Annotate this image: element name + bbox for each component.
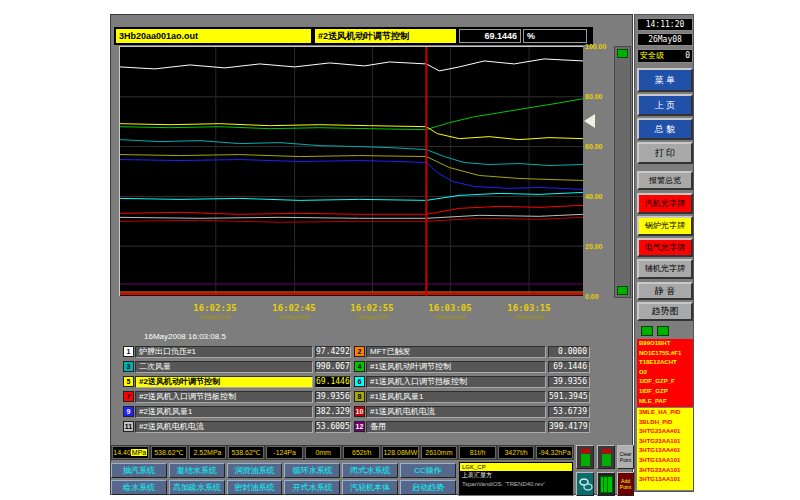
- nav-button-closed-water[interactable]: 闭式水系统: [342, 463, 398, 478]
- auxiliary-lamp-button[interactable]: 辅机光字牌: [637, 259, 693, 279]
- electrical-lamp-button[interactable]: 电气光字牌: [637, 238, 693, 257]
- grid-display-icon[interactable]: [597, 472, 615, 496]
- add-point-button[interactable]: Add Point: [617, 472, 634, 496]
- x-tick-date-1: 16May2008: [180, 314, 250, 320]
- nav-button-extraction-steam[interactable]: 抽汽系统: [111, 463, 167, 478]
- mute-button[interactable]: 静 音: [637, 282, 693, 300]
- pen-label-12[interactable]: 备用: [366, 421, 546, 433]
- nav-button-circulating-water[interactable]: 循环水系统: [284, 463, 340, 478]
- pen-chip-6[interactable]: 6: [354, 376, 365, 387]
- pen-label-6[interactable]: #1送风机入口调节挡板控制: [366, 376, 546, 388]
- pen-label-1[interactable]: 炉膛出口负压#1: [135, 346, 313, 358]
- y-tick-100: 100.00: [585, 43, 615, 51]
- y-tick-40: 40.00: [585, 193, 615, 201]
- pen-chip-9[interactable]: 9: [123, 406, 134, 417]
- pen-label-11[interactable]: #2送风机电机电流: [135, 421, 313, 433]
- print-button[interactable]: 打 印: [637, 142, 693, 164]
- pen-chip-5[interactable]: 5: [123, 376, 134, 387]
- pen-label-7[interactable]: #2送风机入口调节挡板控制: [135, 391, 313, 403]
- selected-tag-field[interactable]: #2送风机动叶调节控制: [315, 29, 456, 43]
- trend-page-button[interactable]: 趋势图: [637, 302, 693, 321]
- pen-label-9[interactable]: #2送风机风量1: [135, 406, 313, 418]
- alarm-summary-button[interactable]: 报警总览: [637, 171, 693, 190]
- pen-label-5-selected[interactable]: #2送风机动叶调节控制: [135, 376, 313, 388]
- alarm-tag[interactable]: 3HTG13AA#01: [639, 446, 693, 456]
- nav-row-2: 给水系统 高加疏水系统 密封油系统 开式水系统 汽轮机本体 启动趋势: [111, 480, 456, 495]
- date-display: 26May08: [637, 33, 693, 46]
- blink-indicator-icon[interactable]: [657, 326, 669, 336]
- pen-chip-12[interactable]: 12: [354, 421, 365, 432]
- pen-line-8: [120, 155, 583, 181]
- boiler-lamp-button[interactable]: 锅炉光字牌: [637, 216, 693, 236]
- value-marker-triangle[interactable]: [584, 114, 595, 128]
- status-value: 538.62℃: [151, 446, 188, 459]
- pen-label-3[interactable]: 二次风量: [135, 361, 313, 373]
- pen-chip-7[interactable]: 7: [123, 391, 134, 402]
- nav-button-feedwater[interactable]: 给水系统: [111, 480, 167, 495]
- pen-label-4[interactable]: #1送风机动叶调节控制: [366, 361, 546, 373]
- pen-chip-1[interactable]: 1: [123, 346, 134, 357]
- nav-button-seal-oil[interactable]: 密封油系统: [227, 480, 283, 495]
- trend-file-field[interactable]: 3Hb20aa001ao.out: [116, 29, 311, 43]
- nav-button-condensate[interactable]: 凝结水系统: [169, 463, 225, 478]
- overview-button[interactable]: 总 貌: [637, 118, 693, 140]
- alarm-tag[interactable]: 3HTG23AA#01: [639, 427, 693, 437]
- alarm-tag[interactable]: MLE_PAF: [639, 397, 693, 407]
- y-tick-60: 60.00: [585, 143, 615, 151]
- alarm-tag[interactable]: 1IDF_GZP_F: [639, 377, 693, 387]
- nav-button-lube-oil[interactable]: 润滑油系统: [227, 463, 283, 478]
- pen-line-5: [120, 124, 583, 140]
- nav-button-turbine-body[interactable]: 汽轮机本体: [342, 480, 398, 495]
- trend-plot: [120, 47, 583, 296]
- status-value: 14.40MPa: [112, 446, 149, 459]
- pen-chip-2[interactable]: 2: [354, 346, 365, 357]
- alarm-tag[interactable]: 3HTG13AA101: [639, 456, 693, 466]
- pen-value-2: 0.0000: [548, 346, 590, 358]
- alarm-tag[interactable]: 1IDF_GZP: [639, 387, 693, 397]
- scroll-up-button[interactable]: [617, 49, 628, 58]
- pen-chip-3[interactable]: 3: [123, 361, 134, 372]
- x-tick-time-1: 16:02:35: [180, 303, 250, 313]
- pen-chip-10[interactable]: 10: [354, 406, 365, 417]
- trend-chart[interactable]: [119, 46, 583, 296]
- nav-button-cc-operation[interactable]: CC操作: [400, 463, 456, 478]
- alarm-tag[interactable]: O2: [639, 368, 693, 378]
- damper-indicator-icon[interactable]: [597, 445, 615, 469]
- prev-page-button[interactable]: 上 页: [637, 94, 693, 116]
- pen-chip-11[interactable]: 11: [123, 421, 134, 432]
- alarm-tag[interactable]: 3BLDH_PID: [639, 418, 693, 428]
- chart-scrollbar[interactable]: [614, 46, 631, 298]
- nav-button-open-water[interactable]: 开式水系统: [284, 480, 340, 495]
- nav-button-hp-heater-drain[interactable]: 高加疏水系统: [169, 480, 225, 495]
- pen-chip-8[interactable]: 8: [354, 391, 365, 402]
- alarm-tag[interactable]: T18E12ACHT: [639, 358, 693, 368]
- alarm-tag[interactable]: NO1E175S.#F1: [639, 349, 693, 359]
- blink-indicator-icon[interactable]: [641, 326, 653, 336]
- trend-header-bar: 3Hb20aa001ao.out #2送风机动叶调节控制 69.1446 %: [114, 27, 593, 45]
- alarm-tag[interactable]: B99O1BHT: [639, 339, 693, 349]
- clear-point-button[interactable]: Clear Point: [617, 445, 634, 469]
- pen-label-8[interactable]: #1送风机风量1: [366, 391, 546, 403]
- scroll-down-button[interactable]: [617, 286, 628, 295]
- alarm-tag-list-yellow[interactable]: 3MLE_HA_PID 3BLDH_PID 3HTG23AA#01 3HTG23…: [637, 408, 693, 490]
- alarm-tag-list-red[interactable]: B99O1BHT NO1E175S.#F1 T18E12ACHT O2 1IDF…: [637, 339, 693, 407]
- damper-indicator-icon[interactable]: [576, 445, 594, 469]
- link-chain-icon[interactable]: [576, 472, 594, 496]
- y-tick-20: 20.00: [585, 243, 615, 251]
- turbine-lamp-button[interactable]: 汽机光字牌: [637, 193, 693, 214]
- clock-display: 14:11:20: [637, 18, 693, 31]
- pen-line-7: [120, 205, 583, 214]
- alarm-tag[interactable]: 3HTG23AA101: [639, 466, 693, 476]
- alarm-tag[interactable]: 3MLE_HA_PID: [639, 408, 693, 418]
- nav-button-startup-trend[interactable]: 启动趋势: [400, 480, 456, 495]
- alarm-tag[interactable]: 3HTG13AA101: [639, 475, 693, 485]
- pen-value-12: 390.4179: [548, 421, 590, 433]
- pen-label-2[interactable]: MFT已触发: [366, 346, 546, 358]
- pen-chip-4[interactable]: 4: [354, 361, 365, 372]
- alarm-tag[interactable]: 3HTG23AA101: [639, 437, 693, 447]
- pen-label-10[interactable]: #1送风机电机电流: [366, 406, 546, 418]
- pen-value-9: 382.3297: [315, 406, 351, 418]
- status-value: -124Pa: [266, 446, 303, 459]
- status-value: 81t/h: [459, 446, 496, 459]
- menu-button[interactable]: 菜 单: [637, 68, 693, 92]
